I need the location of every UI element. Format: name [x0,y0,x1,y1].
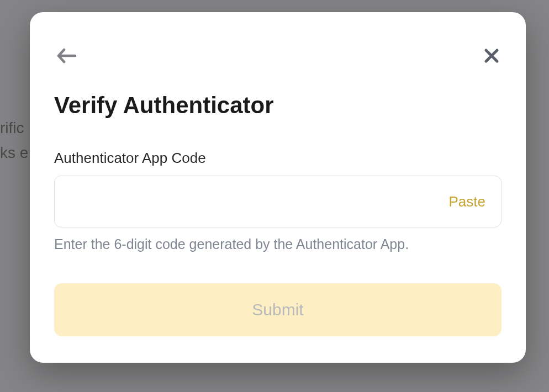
code-help-text: Enter the 6-digit code generated by the … [54,236,502,252]
modal-header [54,45,502,68]
back-button[interactable] [54,45,78,68]
submit-button[interactable]: Submit [54,283,502,336]
modal-title: Verify Authenticator [54,92,502,119]
code-input-wrapper: Paste [54,176,502,227]
verify-authenticator-modal: Verify Authenticator Authenticator App C… [30,12,526,363]
background-obscured-text: rific ks e [0,116,28,166]
arrow-left-icon [56,47,76,66]
authenticator-code-input[interactable] [68,176,447,227]
code-field-label: Authenticator App Code [54,150,502,167]
paste-button[interactable]: Paste [447,189,488,215]
close-button[interactable] [482,46,502,67]
close-icon [484,48,499,65]
